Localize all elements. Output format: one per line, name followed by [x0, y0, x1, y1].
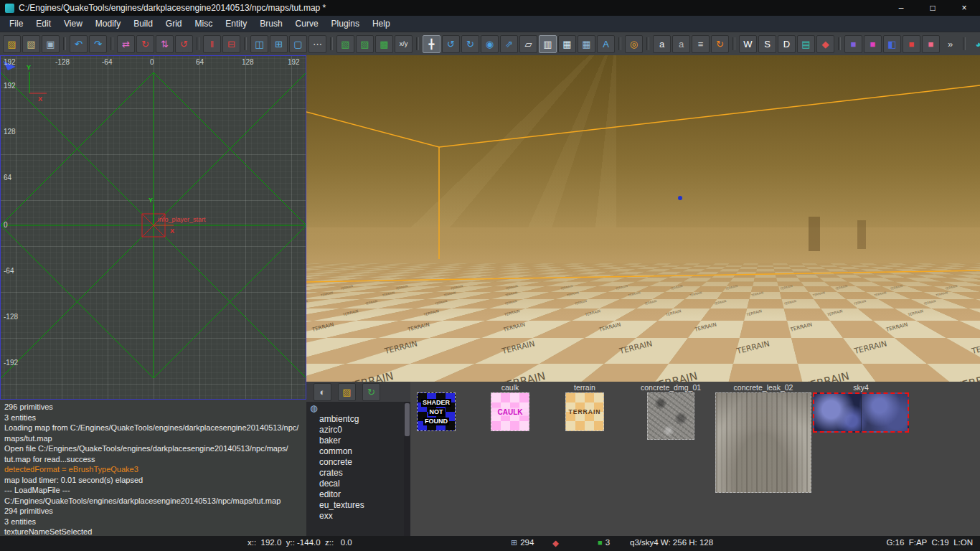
- folder-scrollbar-thumb[interactable]: [405, 403, 410, 436]
- texture-view-icon[interactable]: ▦: [558, 35, 576, 53]
- new-brush-3-icon[interactable]: ▩: [375, 35, 393, 53]
- texture-image[interactable]: [813, 392, 909, 433]
- folder-ambientcg[interactable]: ambientcg: [306, 414, 410, 425]
- menu-item-curve[interactable]: Curve: [289, 17, 325, 31]
- texture-thumb-terrain[interactable]: terrainTERRAIN: [565, 383, 604, 431]
- view-3d[interactable]: TERRAINTERRAINTERRAINTERRAINTERRAINTERRA…: [306, 55, 980, 382]
- import-map-icon[interactable]: ▧: [22, 35, 40, 53]
- show-names-icon[interactable]: a: [653, 35, 671, 53]
- texture-lock-icon-glyph: ▦: [582, 39, 590, 49]
- folder-crates[interactable]: crates: [306, 468, 410, 479]
- plugin-b-icon[interactable]: ■: [864, 35, 882, 53]
- folder-exx[interactable]: exx: [306, 511, 410, 522]
- texture-thumb-concrete_dmg_01[interactable]: concrete_dmg_01: [641, 383, 701, 440]
- entity-list-icon[interactable]: ≡: [692, 35, 710, 53]
- menu-item-build[interactable]: Build: [127, 17, 159, 31]
- textured-mode-icon[interactable]: D: [778, 35, 796, 53]
- menu-item-help[interactable]: Help: [366, 17, 397, 31]
- folder-baker[interactable]: baker: [306, 435, 410, 446]
- texture-image[interactable]: CAULK: [491, 392, 529, 431]
- maximize-button[interactable]: □: [917, 0, 948, 16]
- new-brush-icon[interactable]: ▧: [336, 35, 354, 53]
- menu-item-grid[interactable]: Grid: [159, 17, 189, 31]
- undo-icon[interactable]: ↶: [70, 35, 88, 53]
- caulk-brush-icon[interactable]: A: [597, 35, 615, 53]
- texture-thumb-caulk[interactable]: caulkCAULK: [491, 383, 529, 431]
- folder-concrete[interactable]: concrete: [306, 457, 410, 468]
- texture-image[interactable]: [647, 392, 694, 440]
- menu-item-entity[interactable]: Entity: [219, 17, 253, 31]
- plugin-c-icon[interactable]: ◧: [883, 35, 901, 53]
- texture-lock-icon[interactable]: ▦: [578, 35, 595, 53]
- menu-item-file[interactable]: File: [3, 17, 29, 31]
- texture-tree-root[interactable]: ◍: [306, 402, 410, 414]
- view-quad-icon[interactable]: ⊞: [270, 35, 288, 53]
- folder-common[interactable]: common: [306, 446, 410, 457]
- folder-editor[interactable]: editor: [306, 489, 410, 500]
- pan-view-icon[interactable]: ⇗: [500, 35, 518, 53]
- plugin-a-icon[interactable]: ■: [844, 35, 862, 53]
- clip-mode-icon[interactable]: ▥: [539, 35, 557, 53]
- view-2d[interactable]: Y X Y X info_player_start 192-128-640641…: [0, 55, 306, 400]
- orbit-left-icon[interactable]: ↺: [442, 35, 460, 53]
- texture-thumb-shader_not_found[interactable]: SHADERNOTFOUND: [417, 383, 456, 431]
- view-more-icon[interactable]: ⋯: [308, 35, 326, 53]
- render-mode-icon[interactable]: ◐: [314, 383, 331, 401]
- menu-item-plugins[interactable]: Plugins: [325, 17, 366, 31]
- menu-item-misc[interactable]: Misc: [189, 17, 220, 31]
- flip-x-icon[interactable]: ⇄: [117, 35, 135, 53]
- new-brush-2-icon[interactable]: ▨: [356, 35, 374, 53]
- primitive-count: 294: [520, 538, 534, 547]
- console-log[interactable]: 296 primitives3 entitiesLoading map from…: [0, 400, 306, 536]
- plugin-e-icon[interactable]: ■: [922, 35, 940, 53]
- patch-torus-icon[interactable]: ◎: [625, 35, 643, 53]
- menu-item-modify[interactable]: Modify: [89, 17, 127, 31]
- selected-brush-wireframe: [306, 85, 980, 282]
- flip-y-icon-glyph: ⇅: [161, 39, 169, 49]
- toolbar-overflow-icon[interactable]: »: [941, 35, 959, 53]
- xy-toggle-icon[interactable]: x/y: [395, 35, 413, 53]
- redo-icon[interactable]: ↷: [89, 35, 107, 53]
- entity-inspector-icon[interactable]: ▤: [797, 35, 815, 53]
- hollow-icon[interactable]: ‖: [203, 35, 221, 53]
- rotate-x-icon[interactable]: ↻: [136, 35, 154, 53]
- refresh-textures-icon[interactable]: ↻: [362, 383, 380, 401]
- texture-image[interactable]: [715, 392, 811, 493]
- folder-scrollbar[interactable]: [404, 402, 410, 536]
- texture-paint-icon-glyph: ◆: [822, 39, 829, 49]
- flat-shade-mode-icon[interactable]: S: [758, 35, 776, 53]
- view-xy-icon-glyph: ◫: [255, 39, 263, 49]
- axis-x-origin: X: [170, 227, 174, 235]
- select-tool-icon-glyph: ╋: [429, 39, 435, 49]
- free-rotate-icon[interactable]: ▱: [519, 35, 537, 53]
- texture-thumb-sky4[interactable]: sky4: [813, 383, 909, 433]
- texture-image[interactable]: TERRAIN: [565, 392, 604, 431]
- menu-item-view[interactable]: View: [57, 17, 89, 31]
- menu-item-brush[interactable]: Brush: [253, 17, 288, 31]
- show-angles-icon[interactable]: a: [672, 35, 690, 53]
- plugin-d-icon[interactable]: ■: [903, 35, 920, 53]
- texture-image[interactable]: SHADERNOTFOUND: [417, 392, 456, 431]
- folder-azirc0[interactable]: azirc0: [306, 425, 410, 435]
- orbit-right-icon[interactable]: ↻: [461, 35, 479, 53]
- open-map-icon[interactable]: ▨: [3, 35, 21, 53]
- flip-y-icon[interactable]: ⇅: [156, 35, 174, 53]
- view-xy-icon[interactable]: ◫: [250, 35, 268, 53]
- folder-decal[interactable]: decal: [306, 479, 410, 489]
- save-map-icon[interactable]: ▣: [42, 35, 60, 53]
- view-single-icon[interactable]: ▢: [289, 35, 307, 53]
- select-tool-icon[interactable]: ╋: [423, 35, 440, 53]
- help-about-icon[interactable]: ◕: [969, 35, 980, 53]
- refresh-models-icon[interactable]: ↻: [711, 35, 729, 53]
- folder-eu_textures[interactable]: eu_textures: [306, 500, 410, 511]
- texture-paint-icon[interactable]: ◆: [816, 35, 834, 53]
- wireframe-mode-icon[interactable]: W: [739, 35, 757, 53]
- edit-texture-icon[interactable]: ▨: [338, 383, 356, 401]
- texture-thumb-concrete_leak_02[interactable]: concrete_leak_02: [715, 383, 811, 493]
- rotate-y-icon[interactable]: ↺: [175, 35, 193, 53]
- minimize-button[interactable]: –: [885, 0, 917, 16]
- look-icon[interactable]: ◉: [481, 35, 499, 53]
- close-button[interactable]: ×: [948, 0, 980, 16]
- menu-item-edit[interactable]: Edit: [29, 17, 57, 31]
- csg-subtract-icon[interactable]: ⊟: [222, 35, 240, 53]
